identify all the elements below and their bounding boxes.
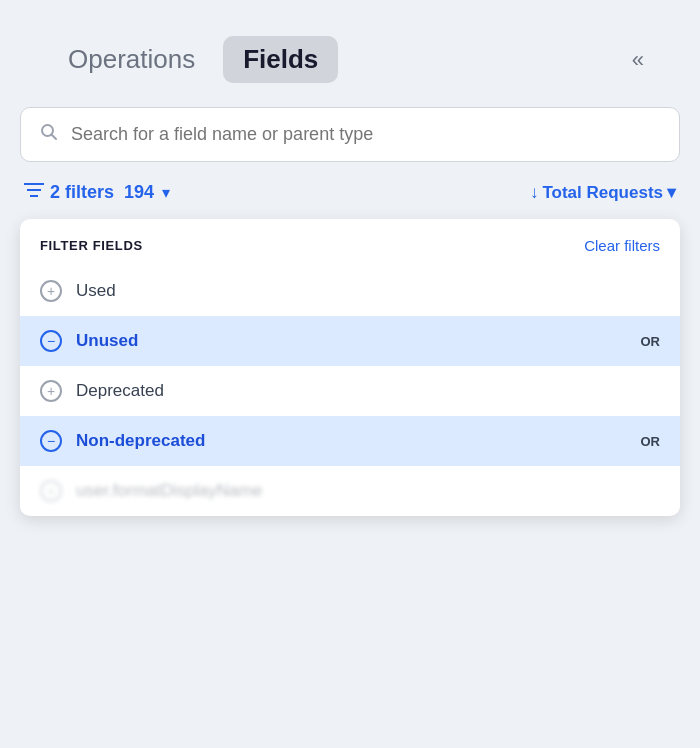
svg-line-1 [52,135,57,140]
filter-used-label: Used [76,281,660,301]
filter-non-deprecated-or: OR [641,434,661,449]
search-container [20,107,680,162]
sort-chevron: ▾ [667,182,676,203]
search-icon [39,122,59,147]
filter-panel: FILTER FIELDS Clear filters + Used − Unu… [20,219,680,516]
filter-icon [24,182,44,203]
content-area: FILTER FIELDS Clear filters + Used − Unu… [0,219,700,516]
filter-deprecated-label: Deprecated [76,381,660,401]
filter-unused-icon: − [40,330,62,352]
filter-result-count: 194 [124,182,154,203]
filter-deprecated-icon: + [40,380,62,402]
filter-non-deprecated-label: Non-deprecated [76,431,627,451]
page: Operations Fields « 2 filters 194 ▾ ↓ To… [0,0,700,748]
filter-fields-title: FILTER FIELDS [40,238,143,253]
filter-item-used[interactable]: + Used [20,266,680,316]
filter-blurred-label: user.formatDisplayName [76,481,262,501]
clear-filters-button[interactable]: Clear filters [584,237,660,254]
filter-unused-or: OR [641,334,661,349]
filter-dropdown-chevron[interactable]: ▾ [162,183,170,202]
filter-non-deprecated-icon: − [40,430,62,452]
collapse-button[interactable]: « [624,43,652,77]
filter-item-blurred: + user.formatDisplayName [20,466,680,516]
filters-bar: 2 filters 194 ▾ ↓ Total Requests ▾ [0,182,700,219]
search-input[interactable] [71,124,661,145]
sort-arrow: ↓ [530,183,539,203]
sort-label: Total Requests [542,183,663,203]
filter-used-icon: + [40,280,62,302]
header: Operations Fields « [0,0,700,107]
filter-panel-header: FILTER FIELDS Clear filters [20,219,680,266]
filter-item-deprecated[interactable]: + Deprecated [20,366,680,416]
tab-operations[interactable]: Operations [56,36,207,83]
filter-item-unused[interactable]: − Unused OR [20,316,680,366]
filter-unused-label: Unused [76,331,627,351]
sort-button[interactable]: ↓ Total Requests ▾ [530,182,676,203]
filter-count-label: 2 filters [50,182,114,203]
filter-item-non-deprecated[interactable]: − Non-deprecated OR [20,416,680,466]
tab-fields[interactable]: Fields [223,36,338,83]
filter-blurred-icon: + [40,480,62,502]
